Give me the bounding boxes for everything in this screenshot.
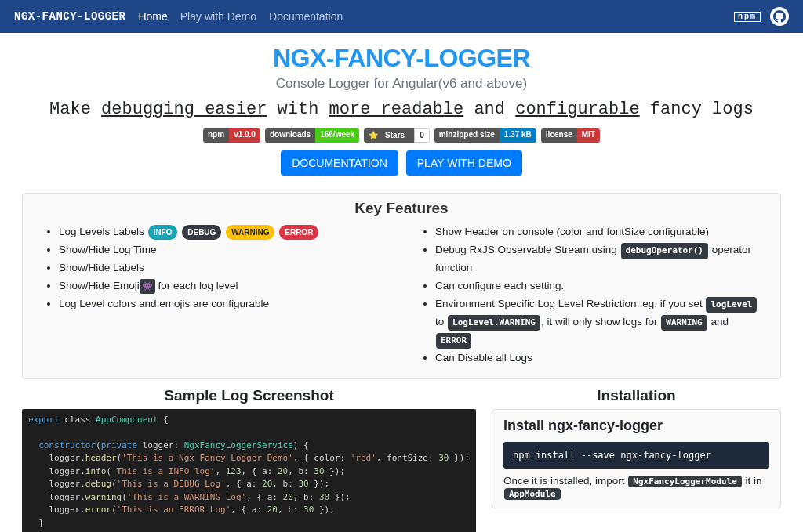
- brand: NGX-FANCY-LOGGER: [14, 10, 125, 23]
- npm-icon[interactable]: npm: [734, 12, 761, 22]
- nav-left: NGX-FANCY-LOGGER Home Play with Demo Doc…: [14, 10, 343, 23]
- feature-item: Can configure each setting.: [435, 277, 766, 295]
- subtitle: Console Logger for Angular(v6 and above): [16, 76, 787, 92]
- install-col: Installation Install ngx-fancy-logger np…: [492, 387, 781, 533]
- install-card: Install ngx-fancy-logger npm install --s…: [492, 409, 781, 508]
- features-card: Key Features Log Levels Labels INFO DEBU…: [22, 193, 781, 379]
- emoji-icon: 👾: [140, 279, 155, 294]
- shield-size[interactable]: minzipped size1.37 kB: [434, 128, 536, 143]
- features-col-left: Log Levels Labels INFO DEBUG WARNING ERR…: [37, 223, 390, 367]
- nav-link-home[interactable]: Home: [138, 10, 167, 23]
- feature-item: Show Header on console (color and fontSi…: [435, 223, 766, 241]
- play-demo-button[interactable]: PLAY WITH DEMO: [406, 150, 522, 176]
- tagline: Make debugging easier with more readable…: [16, 100, 787, 119]
- sample-heading: Sample Log Screenshot: [22, 387, 476, 404]
- feature-item: Debug RxJS Observable Stream using debug…: [435, 241, 766, 277]
- install-card-title: Install ngx-fancy-logger: [503, 418, 769, 434]
- feature-item: Show/Hide Labels: [59, 259, 390, 277]
- github-icon[interactable]: [770, 7, 789, 26]
- nav-link-demo[interactable]: Play with Demo: [180, 10, 256, 23]
- install-note: Once it is installed, import NgxFancyLog…: [503, 475, 769, 500]
- feature-item: Can Disable all Logs: [435, 349, 766, 367]
- feature-item: Log Level colors and emojis are configur…: [59, 295, 390, 313]
- shields-row: npmv1.0.0 downloads166/week ⭐ Stars0 min…: [16, 128, 787, 143]
- nav-link-docs[interactable]: Documentation: [269, 10, 343, 23]
- features-heading: Key Features: [37, 200, 766, 217]
- features-col-right: Show Header on console (color and fontSi…: [413, 223, 766, 367]
- feature-item: Show/Hide Log Time: [59, 241, 390, 259]
- shield-downloads[interactable]: downloads166/week: [265, 128, 359, 143]
- shield-license[interactable]: licenseMIT: [541, 128, 600, 143]
- sample-col: Sample Log Screenshot export class AppCo…: [22, 387, 476, 533]
- code-screenshot: export class AppComponent { constructor(…: [22, 409, 476, 533]
- nav-right: npm: [734, 7, 789, 26]
- feature-item: Log Levels Labels INFO DEBUG WARNING ERR…: [59, 223, 390, 241]
- pill-debug: DEBUG: [182, 225, 221, 240]
- shield-npm[interactable]: npmv1.0.0: [203, 128, 260, 143]
- shield-stars[interactable]: ⭐ Stars0: [364, 128, 430, 143]
- install-heading: Installation: [492, 387, 781, 404]
- hero: NGX-FANCY-LOGGER Console Logger for Angu…: [0, 33, 803, 182]
- feature-item: Environment Specific Log Level Restricti…: [435, 295, 766, 349]
- feature-item: Show/Hide Emoji👾 for each log level: [59, 277, 390, 295]
- navbar: NGX-FANCY-LOGGER Home Play with Demo Doc…: [0, 0, 803, 33]
- two-col: Sample Log Screenshot export class AppCo…: [22, 387, 781, 533]
- page-title: NGX-FANCY-LOGGER: [16, 44, 787, 73]
- documentation-button[interactable]: DOCUMENTATION: [281, 150, 398, 176]
- pill-error: ERROR: [279, 225, 318, 240]
- pill-info: INFO: [148, 225, 178, 240]
- pill-warning: WARNING: [226, 225, 274, 240]
- install-command[interactable]: npm install --save ngx-fancy-logger: [503, 442, 769, 469]
- cta-row: DOCUMENTATION PLAY WITH DEMO: [16, 150, 787, 176]
